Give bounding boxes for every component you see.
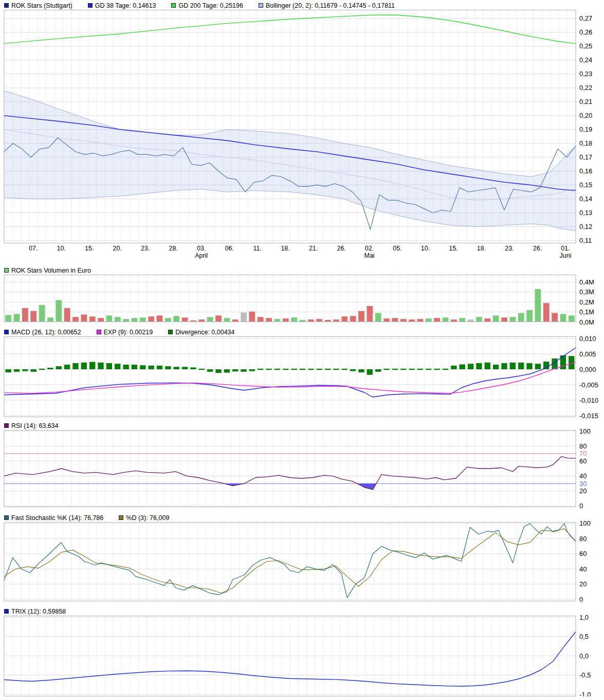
legend-label: %D (3): 76,009	[126, 514, 169, 522]
svg-text:0,18: 0,18	[579, 139, 592, 147]
svg-text:-0,010: -0,010	[579, 397, 598, 404]
svg-text:80: 80	[579, 442, 587, 450]
legend-swatch-icon	[259, 3, 263, 8]
svg-text:23.: 23.	[141, 245, 150, 252]
panel-volume: ROK Stars Volumen in Euro 0,4M0,3M0,2M0,…	[0, 266, 604, 323]
svg-text:01.: 01.	[561, 245, 570, 252]
svg-text:0,25: 0,25	[579, 42, 592, 50]
legend-item: ROK Stars (Stuttgart)	[4, 2, 72, 9]
svg-text:0,12: 0,12	[579, 223, 592, 230]
legend-label: Divergence: 0,00434	[175, 329, 234, 336]
svg-text:20.: 20.	[113, 245, 121, 252]
legend-swatch-icon	[97, 330, 101, 334]
svg-text:100: 100	[579, 427, 591, 435]
svg-text:70: 70	[579, 450, 587, 457]
svg-text:0: 0	[579, 596, 583, 603]
legend-price: ROK Stars (Stuttgart)GD 38 Tage: 0,14613…	[0, 1, 604, 10]
svg-text:0,21: 0,21	[579, 98, 592, 105]
svg-text:15.: 15.	[449, 245, 457, 252]
svg-text:0,26: 0,26	[579, 28, 592, 36]
legend-stochastic: Fast Stochastic %K (14): 76,786%D (3): 7…	[0, 513, 604, 522]
legend-item: RSI (14): 63,634	[4, 422, 59, 429]
svg-text:0,15: 0,15	[579, 181, 592, 189]
svg-text:40: 40	[579, 472, 587, 480]
svg-text:10.: 10.	[57, 245, 66, 252]
svg-text:0,22: 0,22	[579, 84, 592, 92]
legend-label: MACD (26, 12): 0,00652	[11, 329, 81, 336]
legend-item: TRIX (12): 0,59858	[4, 608, 66, 615]
panel-macd: MACD (26, 12): 0,00652EXP (9): 0,00219Di…	[0, 328, 604, 417]
svg-text:05.: 05.	[393, 245, 401, 252]
svg-text:03.: 03.	[197, 245, 206, 252]
svg-text:20: 20	[579, 487, 587, 495]
svg-text:0,17: 0,17	[579, 153, 592, 161]
svg-text:06.: 06.	[225, 245, 233, 252]
legend-rsi: RSI (14): 63,634	[0, 421, 604, 430]
macd-chart: 0,0100,0050,000-0,005-0,010-0,015	[0, 336, 604, 417]
legend-item: Bollinger (20, 2): 0,11679 - 0,14745 - 0…	[259, 2, 395, 9]
legend-swatch-icon	[4, 330, 9, 334]
svg-text:0,3M: 0,3M	[579, 288, 594, 296]
svg-text:0,16: 0,16	[579, 167, 592, 175]
price-chart: 0,270,260,250,240,230,220,210,200,190,18…	[0, 10, 604, 260]
legend-volume: ROK Stars Volumen in Euro	[0, 266, 604, 275]
svg-text:0,0M: 0,0M	[579, 318, 594, 326]
svg-text:21.: 21.	[309, 245, 318, 252]
legend-item: GD 200 Tage: 0,25196	[171, 2, 243, 9]
svg-text:1,0: 1,0	[579, 614, 589, 621]
legend-label: GD 200 Tage: 0,25196	[178, 2, 243, 9]
legend-label: GD 38 Tage: 0,14613	[95, 2, 156, 9]
svg-text:0,010: 0,010	[579, 335, 596, 343]
svg-text:0,19: 0,19	[579, 125, 592, 133]
panel-trix: TRIX (12): 0,59858 1,00,50,0-0,5-1,0	[0, 607, 604, 696]
trix-chart: 1,00,50,0-0,5-1,0	[0, 616, 604, 696]
svg-text:0,2M: 0,2M	[579, 298, 594, 306]
panel-stochastic: Fast Stochastic %K (14): 76,786%D (3): 7…	[0, 513, 604, 601]
svg-text:0,24: 0,24	[579, 56, 592, 64]
legend-swatch-icon	[4, 423, 9, 428]
svg-text:April: April	[195, 252, 208, 259]
svg-text:0,0: 0,0	[579, 652, 589, 660]
svg-text:0,4M: 0,4M	[579, 278, 594, 286]
legend-trix: TRIX (12): 0,59858	[0, 607, 604, 616]
panel-price: ROK Stars (Stuttgart)GD 38 Tage: 0,14613…	[0, 1, 604, 260]
legend-macd: MACD (26, 12): 0,00652EXP (9): 0,00219Di…	[0, 328, 604, 336]
svg-text:60: 60	[579, 550, 587, 558]
stock-chart-page: ROK Stars (Stuttgart)GD 38 Tage: 0,14613…	[0, 1, 604, 696]
svg-text:23.: 23.	[505, 245, 514, 252]
svg-text:28.: 28.	[169, 245, 177, 252]
svg-text:30: 30	[579, 480, 587, 488]
svg-text:20: 20	[579, 580, 587, 588]
svg-text:80: 80	[579, 535, 587, 543]
panel-rsi: RSI (14): 63,634 1008070604030200	[0, 421, 604, 507]
svg-text:0,005: 0,005	[579, 350, 596, 358]
legend-label: Bollinger (20, 2): 0,11679 - 0,14745 - 0…	[266, 2, 395, 9]
legend-label: ROK Stars (Stuttgart)	[11, 2, 72, 9]
svg-text:0: 0	[579, 502, 583, 510]
legend-swatch-icon	[119, 515, 123, 520]
legend-swatch-icon	[4, 268, 9, 273]
svg-text:Juni: Juni	[560, 252, 572, 259]
svg-text:60: 60	[579, 457, 587, 465]
svg-text:-1,0: -1,0	[579, 691, 591, 696]
svg-text:40: 40	[579, 565, 587, 573]
svg-text:-0,5: -0,5	[579, 671, 591, 679]
svg-text:-0,015: -0,015	[579, 412, 598, 420]
legend-label: EXP (9): 0,00219	[104, 329, 153, 336]
svg-text:0,13: 0,13	[579, 209, 592, 217]
svg-text:0,000: 0,000	[579, 366, 596, 373]
legend-swatch-icon	[4, 515, 9, 520]
legend-swatch-icon	[168, 330, 173, 334]
legend-swatch-icon	[171, 3, 176, 8]
svg-text:26.: 26.	[533, 245, 542, 252]
legend-item: EXP (9): 0,00219	[97, 329, 153, 336]
svg-text:0,14: 0,14	[579, 195, 592, 203]
legend-label: RSI (14): 63,634	[11, 422, 59, 429]
legend-swatch-icon	[4, 609, 9, 614]
svg-text:10.: 10.	[421, 245, 430, 252]
legend-item: Fast Stochastic %K (14): 76,786	[4, 514, 103, 522]
legend-item: MACD (26, 12): 0,00652	[4, 329, 81, 336]
svg-text:100: 100	[579, 519, 591, 527]
stochastic-chart: 100806040200	[0, 522, 604, 601]
svg-text:18.: 18.	[281, 245, 289, 252]
